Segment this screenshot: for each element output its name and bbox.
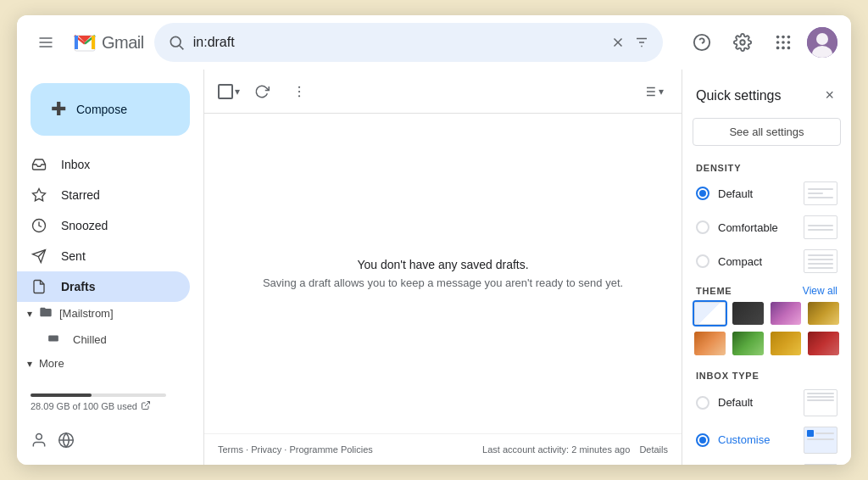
theme-preview-dark: [732, 302, 764, 325]
theme-grid: [682, 300, 851, 364]
inbox-default-radio[interactable]: [696, 396, 709, 410]
search-input[interactable]: in:draft: [193, 35, 602, 50]
storage-fill: [31, 393, 92, 397]
inbox-default-option[interactable]: Default: [682, 384, 851, 421]
inbox-customise-option[interactable]: Customise: [682, 421, 851, 459]
theme-swatch-sunset[interactable]: [693, 330, 727, 356]
sidebar-item-snoozed[interactable]: Snoozed: [17, 210, 190, 241]
more-chevron-icon: ▾: [27, 358, 32, 370]
inbox-important-preview: [804, 464, 837, 465]
last-activity-text: Last account activity: 2 minutes ago: [482, 444, 630, 455]
search-icon: [168, 34, 185, 51]
snoozed-icon: [31, 218, 47, 233]
density-comfortable-label: Comfortable: [718, 221, 795, 234]
mailstrom-label: [Mailstrom]: [59, 307, 114, 320]
sidebar-item-sent[interactable]: Sent: [17, 241, 190, 271]
preview-row: [807, 396, 834, 398]
density-comfortable-option[interactable]: Comfortable: [682, 210, 851, 244]
svg-point-32: [36, 434, 42, 440]
see-all-settings-button[interactable]: See all settings: [693, 118, 841, 146]
more-options-button[interactable]: [284, 76, 314, 107]
theme-preview-red: [808, 332, 839, 354]
help-button[interactable]: [685, 25, 719, 59]
quick-settings-panel: Quick settings × See all settings DENSIT…: [682, 70, 851, 465]
preview-line: [808, 188, 833, 190]
programme-link[interactable]: Programme Policies: [289, 444, 372, 455]
svg-point-22: [787, 47, 791, 50]
terms-link[interactable]: Terms: [218, 444, 243, 455]
star-icon: [31, 187, 47, 203]
storage-manage-icon[interactable]: [141, 400, 151, 412]
svg-point-35: [298, 86, 300, 87]
sidebar-item-drafts[interactable]: Drafts: [17, 271, 190, 302]
chilled-icon: [47, 332, 59, 347]
inbox-customise-radio[interactable]: [696, 433, 709, 447]
account-icon[interactable]: [31, 432, 47, 451]
search-filter-icon[interactable]: [634, 35, 649, 50]
search-bar[interactable]: in:draft: [154, 23, 663, 62]
svg-point-19: [787, 41, 791, 44]
apps-button[interactable]: [766, 25, 800, 59]
theme-swatch-dark[interactable]: [731, 300, 765, 327]
theme-swatch-flowers[interactable]: [769, 300, 804, 327]
compose-button[interactable]: ✚ Compose: [31, 83, 190, 136]
svg-point-18: [782, 41, 785, 44]
density-compact-radio[interactable]: [696, 254, 709, 268]
refresh-button[interactable]: [247, 76, 277, 107]
theme-preview-light: [694, 302, 726, 325]
theme-preview-flowers: [771, 302, 802, 325]
inbox-important-option[interactable]: Important first: [682, 459, 851, 465]
sidebar-item-chilled[interactable]: Chilled: [17, 325, 190, 354]
view-options-button[interactable]: ▾: [637, 76, 668, 107]
preview-line: [808, 197, 833, 198]
storage-bar: [31, 393, 166, 397]
storage-label: 28.09 GB of 100 GB used: [31, 400, 190, 412]
settings-button[interactable]: [726, 25, 760, 59]
preview-line: [808, 259, 833, 260]
privacy-link[interactable]: Privacy: [251, 444, 281, 455]
more-section[interactable]: ▾ More: [17, 354, 203, 373]
preview-line: [808, 254, 833, 256]
density-comfortable-radio[interactable]: [696, 220, 709, 234]
theme-preview-nature: [732, 332, 764, 354]
density-compact-option[interactable]: Compact: [682, 244, 851, 278]
details-link[interactable]: Details: [639, 444, 668, 455]
inbox-customise-label-wrap: Customise: [718, 433, 795, 446]
theme-swatch-light[interactable]: [693, 300, 727, 327]
theme-preview-sunset: [694, 332, 726, 354]
footer-links: Terms · Privacy · Programme Policies: [218, 444, 373, 455]
mailstrom-collapse-icon: ▾: [27, 308, 32, 320]
location-icon[interactable]: [58, 432, 75, 451]
theme-header: THEME View all: [682, 278, 851, 300]
email-footer: Terms · Privacy · Programme Policies Las…: [204, 433, 682, 465]
theme-preview-autumn: [808, 302, 839, 325]
svg-point-21: [782, 47, 785, 50]
theme-swatch-red[interactable]: [806, 330, 841, 356]
density-default-radio[interactable]: [696, 187, 709, 200]
sidebar-item-starred[interactable]: Starred: [17, 180, 190, 210]
select-dropdown-icon[interactable]: ▾: [235, 86, 240, 98]
theme-swatch-nature[interactable]: [731, 330, 765, 356]
drafts-label: Drafts: [61, 280, 95, 293]
preview-line: [808, 263, 833, 265]
mailstrom-section[interactable]: ▾ [Mailstrom]: [17, 302, 203, 325]
menu-button[interactable]: [31, 27, 61, 58]
search-clear-icon[interactable]: [610, 35, 626, 50]
theme-view-all-link[interactable]: View all: [803, 285, 837, 297]
density-comfortable-preview: [804, 215, 837, 239]
toolbar-right: ▾: [637, 76, 668, 107]
snoozed-label: Snoozed: [61, 219, 108, 232]
svg-line-31: [145, 401, 150, 406]
sidebar-item-inbox[interactable]: Inbox: [17, 149, 190, 180]
density-section-title: DENSITY: [682, 156, 851, 176]
density-default-option[interactable]: Default: [682, 176, 851, 210]
select-all-checkbox[interactable]: [218, 84, 233, 99]
qs-close-button[interactable]: ×: [821, 83, 837, 108]
activity-info: Last account activity: 2 minutes ago Det…: [482, 444, 668, 455]
preview-line: [807, 399, 834, 401]
theme-swatch-bokeh[interactable]: [769, 330, 804, 356]
inbox-label: Inbox: [61, 158, 90, 171]
theme-swatch-autumn[interactable]: [806, 300, 841, 327]
avatar[interactable]: [807, 27, 837, 58]
sidebar: ✚ Compose Inbox Starr: [17, 70, 203, 465]
